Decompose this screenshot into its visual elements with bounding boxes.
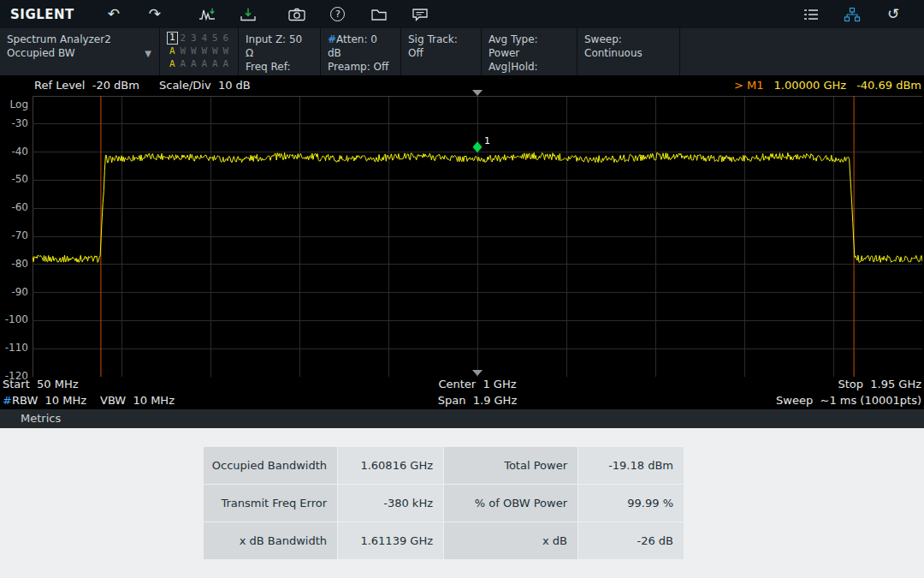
trace-type: W xyxy=(188,45,199,57)
ref-level-readout: Ref Level -20 dBm xyxy=(34,79,139,92)
trace-detector-row: A A A A A A xyxy=(167,57,231,70)
spectrum-analyzer-screen: SIGLENT ↶ ↷ ? xyxy=(0,0,924,578)
stop-freq-label: Stop 1.95 GHz xyxy=(838,378,921,390)
trace-type: A xyxy=(167,45,178,57)
y-tick-label: -50 xyxy=(11,173,28,185)
lan-network-icon xyxy=(844,7,861,22)
metric-label: % of OBW Power xyxy=(444,485,578,521)
scale-div-readout: Scale/Div 10 dB xyxy=(159,79,251,92)
trace-detector: A xyxy=(210,57,221,70)
file-browser-button[interactable] xyxy=(368,3,390,26)
measure-signal-button[interactable] xyxy=(196,3,218,26)
trace-number: 3 xyxy=(188,32,198,45)
sweep-label: Sweep ~1 ms (10001pts) xyxy=(776,394,921,407)
center-freq-top-indicator xyxy=(472,90,483,96)
input-settings-cell[interactable]: Input Z: 50 Ω Freq Ref: Ext(S) xyxy=(238,28,320,75)
y-tick-label: -100 xyxy=(5,313,28,325)
spectrum-plot[interactable]: 1 xyxy=(33,96,922,377)
help-icon: ? xyxy=(330,7,345,21)
y-scale-type-label: Log xyxy=(10,98,28,110)
history-reset-button[interactable]: ↺ xyxy=(882,3,904,26)
metric-label: x dB Bandwidth xyxy=(204,522,337,559)
metric-label: Occupied Bandwidth xyxy=(204,447,337,484)
undo-button[interactable]: ↶ xyxy=(103,3,125,26)
y-tick-label: -90 xyxy=(11,286,28,298)
y-tick-label: -30 xyxy=(11,117,28,129)
siglent-logo: SIGLENT xyxy=(10,7,74,22)
metric-label: Transmit Freq Error xyxy=(204,485,337,521)
trace-type: W xyxy=(199,45,210,57)
message-log-button[interactable] xyxy=(409,3,431,26)
list-icon xyxy=(803,8,820,21)
atten-hash: # xyxy=(328,33,336,45)
marker-level-value: -40.69 dBm xyxy=(856,79,921,92)
mode-line2: Occupied BW xyxy=(7,46,152,60)
trace-number: 1 xyxy=(167,32,178,45)
metric-value: -19.18 dBm xyxy=(578,447,684,484)
history-icon: ↺ xyxy=(887,7,899,21)
save-trace-button[interactable] xyxy=(237,3,259,26)
metric-label: Total Power xyxy=(444,447,578,484)
trace-detector: A xyxy=(199,57,210,70)
metric-value: -380 kHz xyxy=(338,485,443,521)
help-button[interactable]: ? xyxy=(327,3,349,26)
avg-trig-cell[interactable]: Avg Type: Power Avg|Hold: >20/20 Trig: F… xyxy=(481,28,577,75)
frequency-annotation-row: Start 50 MHz Center 1 GHz Stop 1.95 GHz xyxy=(0,377,924,392)
bandwidth-annotation-row: #RBW 10 MHzVBW 10 MHz Span 1.9 GHz Sweep… xyxy=(0,393,924,409)
metric-value: 99.99 % xyxy=(578,485,684,521)
top-toolbar: SIGLENT ↶ ↷ ? xyxy=(0,0,924,28)
redo-button[interactable]: ↷ xyxy=(144,3,166,26)
center-freq-bottom-indicator xyxy=(472,370,483,376)
sig-track-status: Sig Track: Off xyxy=(408,33,474,60)
y-tick-label: -80 xyxy=(11,258,28,270)
svg-text:1: 1 xyxy=(484,135,490,146)
trace-numbers-row: 1 2 3 4 5 6 xyxy=(167,32,231,45)
trace-number: 4 xyxy=(199,32,210,45)
marker-id-label: > M1 xyxy=(734,79,764,92)
table-row: x dB Bandwidth 1.61139 GHz x dB -26 dB xyxy=(204,522,684,559)
trace-detector: A xyxy=(178,57,189,70)
y-axis-labels: Log -30 -40 -50 -60 -70 -80 -90 -100 -11… xyxy=(0,96,31,377)
mode-line1: Spectrum Analyzer2 xyxy=(7,33,152,46)
atten-status: #Atten: 0 dB xyxy=(328,33,394,60)
folder-icon xyxy=(370,7,388,22)
menu-list-button[interactable] xyxy=(800,3,822,26)
metrics-panel: Occupied Bandwidth 1.60816 GHz Total Pow… xyxy=(0,428,924,578)
menubar-filler xyxy=(679,28,924,75)
trace-number: 5 xyxy=(210,32,220,45)
table-row: Occupied Bandwidth 1.60816 GHz Total Pow… xyxy=(204,447,684,484)
trace-status-panel[interactable]: 1 2 3 4 5 6 A W W W W W A A A A A A xyxy=(159,28,238,75)
screenshot-button[interactable] xyxy=(286,3,308,26)
status-menubar: Spectrum Analyzer2 Occupied BW ▼ 1 2 3 4… xyxy=(0,28,924,75)
marker-freq-value: 1.00000 GHz xyxy=(774,79,847,92)
redo-icon: ↷ xyxy=(149,7,161,21)
undo-icon: ↶ xyxy=(108,7,120,21)
network-button[interactable] xyxy=(841,3,863,26)
sig-track-cell[interactable]: Sig Track: Off xyxy=(400,28,481,75)
mode-select[interactable]: Spectrum Analyzer2 Occupied BW ▼ xyxy=(0,28,159,75)
sweep-mode-cell[interactable]: Sweep: Continuous xyxy=(577,28,679,75)
trace-detector: A xyxy=(221,57,232,70)
trace-type: W xyxy=(221,45,232,57)
signal-peaks-icon xyxy=(198,7,216,22)
metrics-tab-label: Metrics xyxy=(21,412,61,425)
trace-type: W xyxy=(210,45,221,57)
trace-type-row: A W W W W W xyxy=(167,45,231,57)
table-row: Transmit Freq Error -380 kHz % of OBW Po… xyxy=(204,485,684,521)
trace-detector: A xyxy=(167,57,178,70)
trace-detector: A xyxy=(188,57,199,70)
trace-number: 2 xyxy=(178,32,188,45)
camera-icon xyxy=(287,7,306,22)
center-freq-label: Center 1 GHz xyxy=(33,378,922,390)
metric-value: -26 dB xyxy=(578,522,684,559)
avg-type-status: Avg Type: Power xyxy=(489,33,570,60)
metric-value: 1.60816 GHz xyxy=(338,447,443,484)
chat-bubble-icon xyxy=(412,7,429,22)
tab-metrics[interactable]: Metrics xyxy=(0,409,924,428)
marker-readout: > M11.00000 GHz-40.69 dBm xyxy=(734,79,921,92)
metric-label: x dB xyxy=(444,522,578,559)
preamp-status: Preamp: Off xyxy=(328,60,394,74)
atten-settings-cell[interactable]: #Atten: 0 dB Preamp: Off xyxy=(320,28,400,75)
chevron-down-icon: ▼ xyxy=(145,47,151,61)
trace-number: 6 xyxy=(221,32,231,45)
